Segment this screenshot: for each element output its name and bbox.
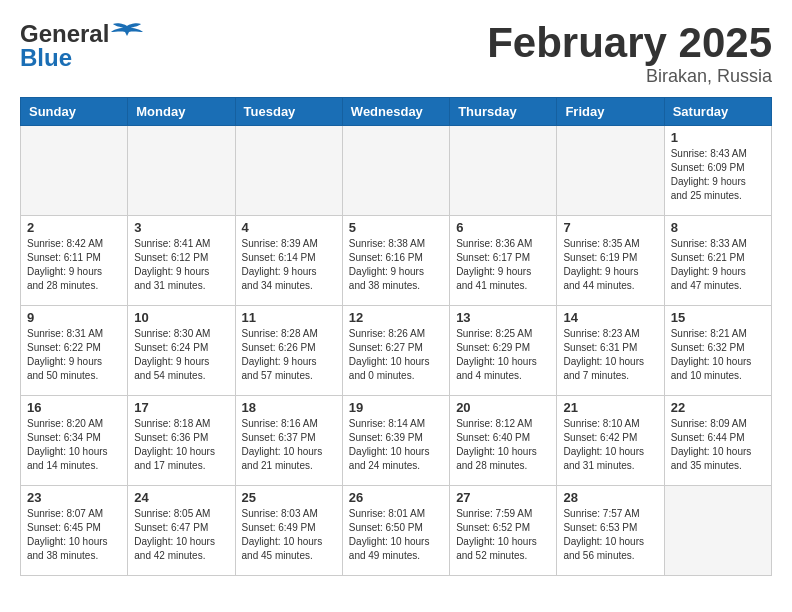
calendar-cell: 13Sunrise: 8:25 AM Sunset: 6:29 PM Dayli… bbox=[450, 306, 557, 396]
day-info: Sunrise: 8:01 AM Sunset: 6:50 PM Dayligh… bbox=[349, 507, 443, 563]
day-info: Sunrise: 7:59 AM Sunset: 6:52 PM Dayligh… bbox=[456, 507, 550, 563]
weekday-header-monday: Monday bbox=[128, 98, 235, 126]
day-info: Sunrise: 7:57 AM Sunset: 6:53 PM Dayligh… bbox=[563, 507, 657, 563]
calendar-cell: 1Sunrise: 8:43 AM Sunset: 6:09 PM Daylig… bbox=[664, 126, 771, 216]
day-info: Sunrise: 8:10 AM Sunset: 6:42 PM Dayligh… bbox=[563, 417, 657, 473]
day-info: Sunrise: 8:39 AM Sunset: 6:14 PM Dayligh… bbox=[242, 237, 336, 293]
day-number: 28 bbox=[563, 490, 657, 505]
day-info: Sunrise: 8:30 AM Sunset: 6:24 PM Dayligh… bbox=[134, 327, 228, 383]
calendar-cell: 18Sunrise: 8:16 AM Sunset: 6:37 PM Dayli… bbox=[235, 396, 342, 486]
weekday-header-sunday: Sunday bbox=[21, 98, 128, 126]
logo-text-block: General Blue bbox=[20, 20, 145, 72]
weekday-header-friday: Friday bbox=[557, 98, 664, 126]
calendar-week-4: 16Sunrise: 8:20 AM Sunset: 6:34 PM Dayli… bbox=[21, 396, 772, 486]
day-info: Sunrise: 8:38 AM Sunset: 6:16 PM Dayligh… bbox=[349, 237, 443, 293]
day-info: Sunrise: 8:23 AM Sunset: 6:31 PM Dayligh… bbox=[563, 327, 657, 383]
day-info: Sunrise: 8:35 AM Sunset: 6:19 PM Dayligh… bbox=[563, 237, 657, 293]
day-info: Sunrise: 8:05 AM Sunset: 6:47 PM Dayligh… bbox=[134, 507, 228, 563]
logo-blue: Blue bbox=[20, 44, 72, 72]
day-number: 21 bbox=[563, 400, 657, 415]
day-number: 19 bbox=[349, 400, 443, 415]
calendar-cell: 16Sunrise: 8:20 AM Sunset: 6:34 PM Dayli… bbox=[21, 396, 128, 486]
calendar-cell: 2Sunrise: 8:42 AM Sunset: 6:11 PM Daylig… bbox=[21, 216, 128, 306]
calendar-cell: 17Sunrise: 8:18 AM Sunset: 6:36 PM Dayli… bbox=[128, 396, 235, 486]
calendar-cell: 21Sunrise: 8:10 AM Sunset: 6:42 PM Dayli… bbox=[557, 396, 664, 486]
day-number: 7 bbox=[563, 220, 657, 235]
calendar-cell: 12Sunrise: 8:26 AM Sunset: 6:27 PM Dayli… bbox=[342, 306, 449, 396]
day-number: 12 bbox=[349, 310, 443, 325]
calendar-cell: 9Sunrise: 8:31 AM Sunset: 6:22 PM Daylig… bbox=[21, 306, 128, 396]
day-info: Sunrise: 8:26 AM Sunset: 6:27 PM Dayligh… bbox=[349, 327, 443, 383]
calendar-cell bbox=[450, 126, 557, 216]
day-info: Sunrise: 8:41 AM Sunset: 6:12 PM Dayligh… bbox=[134, 237, 228, 293]
day-info: Sunrise: 8:09 AM Sunset: 6:44 PM Dayligh… bbox=[671, 417, 765, 473]
weekday-header-row: SundayMondayTuesdayWednesdayThursdayFrid… bbox=[21, 98, 772, 126]
day-number: 11 bbox=[242, 310, 336, 325]
day-number: 15 bbox=[671, 310, 765, 325]
calendar-cell: 7Sunrise: 8:35 AM Sunset: 6:19 PM Daylig… bbox=[557, 216, 664, 306]
day-number: 5 bbox=[349, 220, 443, 235]
calendar-cell: 15Sunrise: 8:21 AM Sunset: 6:32 PM Dayli… bbox=[664, 306, 771, 396]
calendar-cell: 27Sunrise: 7:59 AM Sunset: 6:52 PM Dayli… bbox=[450, 486, 557, 576]
day-info: Sunrise: 8:25 AM Sunset: 6:29 PM Dayligh… bbox=[456, 327, 550, 383]
calendar-cell bbox=[557, 126, 664, 216]
day-info: Sunrise: 8:42 AM Sunset: 6:11 PM Dayligh… bbox=[27, 237, 121, 293]
calendar-week-5: 23Sunrise: 8:07 AM Sunset: 6:45 PM Dayli… bbox=[21, 486, 772, 576]
title-area: February 2025 Birakan, Russia bbox=[487, 20, 772, 87]
day-info: Sunrise: 8:43 AM Sunset: 6:09 PM Dayligh… bbox=[671, 147, 765, 203]
day-number: 25 bbox=[242, 490, 336, 505]
calendar-week-3: 9Sunrise: 8:31 AM Sunset: 6:22 PM Daylig… bbox=[21, 306, 772, 396]
calendar-week-2: 2Sunrise: 8:42 AM Sunset: 6:11 PM Daylig… bbox=[21, 216, 772, 306]
day-info: Sunrise: 8:28 AM Sunset: 6:26 PM Dayligh… bbox=[242, 327, 336, 383]
day-number: 20 bbox=[456, 400, 550, 415]
calendar-cell: 10Sunrise: 8:30 AM Sunset: 6:24 PM Dayli… bbox=[128, 306, 235, 396]
calendar-cell: 14Sunrise: 8:23 AM Sunset: 6:31 PM Dayli… bbox=[557, 306, 664, 396]
day-number: 1 bbox=[671, 130, 765, 145]
calendar-cell bbox=[342, 126, 449, 216]
day-number: 8 bbox=[671, 220, 765, 235]
day-info: Sunrise: 8:07 AM Sunset: 6:45 PM Dayligh… bbox=[27, 507, 121, 563]
day-info: Sunrise: 8:18 AM Sunset: 6:36 PM Dayligh… bbox=[134, 417, 228, 473]
calendar-cell bbox=[664, 486, 771, 576]
day-number: 13 bbox=[456, 310, 550, 325]
logo: General Blue bbox=[20, 20, 145, 72]
day-number: 9 bbox=[27, 310, 121, 325]
day-number: 10 bbox=[134, 310, 228, 325]
weekday-header-saturday: Saturday bbox=[664, 98, 771, 126]
calendar-week-1: 1Sunrise: 8:43 AM Sunset: 6:09 PM Daylig… bbox=[21, 126, 772, 216]
day-number: 17 bbox=[134, 400, 228, 415]
calendar-cell bbox=[21, 126, 128, 216]
day-number: 18 bbox=[242, 400, 336, 415]
calendar-cell: 25Sunrise: 8:03 AM Sunset: 6:49 PM Dayli… bbox=[235, 486, 342, 576]
logo-bird-icon bbox=[111, 22, 143, 46]
day-info: Sunrise: 8:20 AM Sunset: 6:34 PM Dayligh… bbox=[27, 417, 121, 473]
day-info: Sunrise: 8:16 AM Sunset: 6:37 PM Dayligh… bbox=[242, 417, 336, 473]
day-number: 16 bbox=[27, 400, 121, 415]
calendar-cell: 8Sunrise: 8:33 AM Sunset: 6:21 PM Daylig… bbox=[664, 216, 771, 306]
day-info: Sunrise: 8:36 AM Sunset: 6:17 PM Dayligh… bbox=[456, 237, 550, 293]
calendar-cell: 28Sunrise: 7:57 AM Sunset: 6:53 PM Dayli… bbox=[557, 486, 664, 576]
day-number: 22 bbox=[671, 400, 765, 415]
calendar-cell: 3Sunrise: 8:41 AM Sunset: 6:12 PM Daylig… bbox=[128, 216, 235, 306]
day-number: 4 bbox=[242, 220, 336, 235]
weekday-header-thursday: Thursday bbox=[450, 98, 557, 126]
calendar-cell: 6Sunrise: 8:36 AM Sunset: 6:17 PM Daylig… bbox=[450, 216, 557, 306]
calendar-cell: 11Sunrise: 8:28 AM Sunset: 6:26 PM Dayli… bbox=[235, 306, 342, 396]
month-title: February 2025 bbox=[487, 20, 772, 66]
calendar-cell: 24Sunrise: 8:05 AM Sunset: 6:47 PM Dayli… bbox=[128, 486, 235, 576]
calendar-cell: 5Sunrise: 8:38 AM Sunset: 6:16 PM Daylig… bbox=[342, 216, 449, 306]
day-info: Sunrise: 8:33 AM Sunset: 6:21 PM Dayligh… bbox=[671, 237, 765, 293]
weekday-header-wednesday: Wednesday bbox=[342, 98, 449, 126]
calendar-cell bbox=[235, 126, 342, 216]
calendar-cell: 20Sunrise: 8:12 AM Sunset: 6:40 PM Dayli… bbox=[450, 396, 557, 486]
calendar-cell: 23Sunrise: 8:07 AM Sunset: 6:45 PM Dayli… bbox=[21, 486, 128, 576]
calendar-cell: 22Sunrise: 8:09 AM Sunset: 6:44 PM Dayli… bbox=[664, 396, 771, 486]
day-info: Sunrise: 8:12 AM Sunset: 6:40 PM Dayligh… bbox=[456, 417, 550, 473]
weekday-header-tuesday: Tuesday bbox=[235, 98, 342, 126]
calendar-cell bbox=[128, 126, 235, 216]
calendar-cell: 4Sunrise: 8:39 AM Sunset: 6:14 PM Daylig… bbox=[235, 216, 342, 306]
day-number: 3 bbox=[134, 220, 228, 235]
day-number: 27 bbox=[456, 490, 550, 505]
day-info: Sunrise: 8:21 AM Sunset: 6:32 PM Dayligh… bbox=[671, 327, 765, 383]
page-header: General Blue February 2025 Birakan, Russ… bbox=[20, 20, 772, 87]
